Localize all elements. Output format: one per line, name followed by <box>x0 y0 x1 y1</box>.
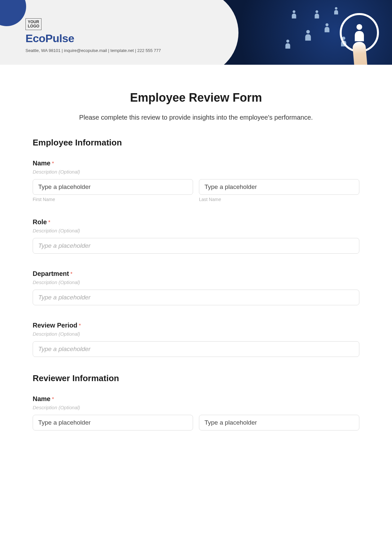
required-marker: * <box>48 220 50 225</box>
svg-point-3 <box>325 23 328 26</box>
company-info: Seattle, WA 98101 | inquire@ecopulse.mai… <box>25 48 161 53</box>
role-label: Role <box>33 218 47 226</box>
logo-line2: LOGO <box>28 24 39 28</box>
svg-point-4 <box>335 7 337 10</box>
form-intro: Please complete this review to provide i… <box>33 114 359 121</box>
role-input[interactable] <box>33 238 359 254</box>
header-banner: YOUR LOGO EcoPulse Seattle, WA 98101 | i… <box>0 0 392 65</box>
person-icon <box>291 10 297 19</box>
name-description: Description (Optional) <box>33 169 359 175</box>
reviewer-last-name-input[interactable] <box>199 415 359 430</box>
first-name-sublabel: First Name <box>33 197 193 202</box>
person-icon <box>284 39 291 49</box>
svg-point-2 <box>316 10 318 13</box>
svg-point-7 <box>356 24 362 30</box>
person-icon <box>333 7 339 15</box>
svg-point-6 <box>286 40 289 42</box>
last-name-input[interactable] <box>199 179 359 195</box>
department-description: Description (Optional) <box>33 279 359 285</box>
company-name: EcoPulse <box>25 32 161 45</box>
svg-point-0 <box>293 10 295 13</box>
role-description: Description (Optional) <box>33 228 359 233</box>
reviewer-name-field-group: Name * Description (Optional) <box>33 395 359 430</box>
reviewer-name-description: Description (Optional) <box>33 405 359 410</box>
decorative-circle <box>0 0 26 26</box>
review-period-field-group: Review Period * Description (Optional) <box>33 322 359 357</box>
person-icon <box>352 23 366 42</box>
department-input[interactable] <box>33 290 359 305</box>
required-marker: * <box>71 271 73 277</box>
name-label: Name <box>33 160 50 167</box>
department-label: Department <box>33 270 69 277</box>
name-field-group: Name * Description (Optional) First Name… <box>33 160 359 202</box>
role-field-group: Role * Description (Optional) <box>33 218 359 254</box>
hero-image <box>203 0 392 65</box>
department-field-group: Department * Description (Optional) <box>33 270 359 305</box>
person-icon <box>304 29 312 41</box>
employee-info-heading: Employee Information <box>33 138 359 148</box>
review-period-label: Review Period <box>33 322 77 329</box>
first-name-input[interactable] <box>33 179 193 195</box>
logo-block: YOUR LOGO EcoPulse Seattle, WA 98101 | i… <box>25 18 161 53</box>
main-content: Employee Review Form Please complete thi… <box>0 65 392 437</box>
required-marker: * <box>52 161 54 166</box>
required-marker: * <box>79 323 81 329</box>
form-title: Employee Review Form <box>33 91 359 105</box>
svg-point-1 <box>306 30 310 34</box>
person-icon <box>323 23 331 33</box>
required-marker: * <box>52 396 54 402</box>
reviewer-info-heading: Reviewer Information <box>33 373 359 383</box>
person-icon <box>314 10 320 19</box>
last-name-sublabel: Last Name <box>199 197 359 202</box>
reviewer-info-section: Reviewer Information Name * Description … <box>33 373 359 430</box>
review-period-input[interactable] <box>33 341 359 357</box>
hero-curve <box>203 0 238 65</box>
logo-placeholder: YOUR LOGO <box>25 18 41 30</box>
review-period-description: Description (Optional) <box>33 331 359 337</box>
reviewer-first-name-input[interactable] <box>33 415 193 430</box>
reviewer-name-label: Name <box>33 395 50 402</box>
